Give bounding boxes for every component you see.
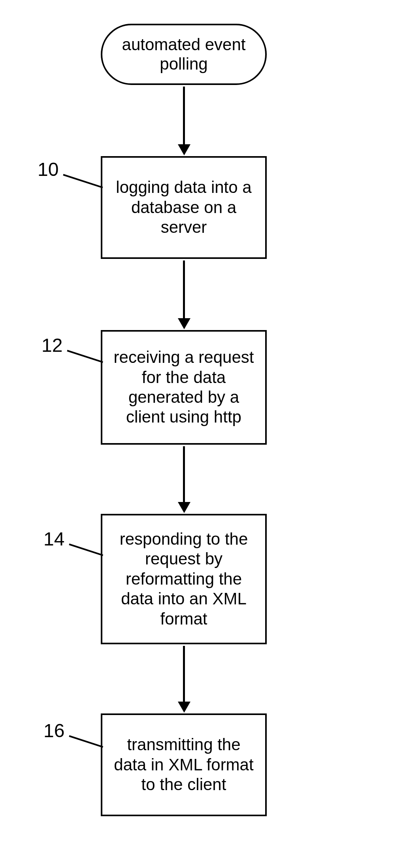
- step-label-3: 14: [43, 530, 64, 549]
- process-step-1: logging data into a database on a server: [101, 156, 267, 259]
- lead-line: [69, 543, 103, 556]
- arrow-icon: [178, 318, 190, 329]
- terminator-start: automated event polling: [101, 24, 267, 85]
- connector: [183, 260, 185, 320]
- arrow-icon: [178, 702, 190, 713]
- step-label-4: 16: [43, 721, 64, 740]
- process-text: logging data into a database on a server: [110, 177, 257, 237]
- process-step-4: transmitting the data in XML format to t…: [101, 713, 267, 816]
- lead-line: [63, 174, 103, 188]
- process-step-2: receiving a request for the data generat…: [101, 330, 267, 445]
- connector: [183, 446, 185, 504]
- process-step-3: responding to the request by reformattin…: [101, 514, 267, 644]
- arrow-icon: [178, 144, 190, 155]
- connector: [183, 646, 185, 703]
- connector: [183, 87, 185, 146]
- process-text: transmitting the data in XML format to t…: [110, 735, 257, 794]
- lead-line: [67, 350, 103, 363]
- step-label-1: 10: [38, 160, 58, 179]
- lead-line: [69, 735, 103, 748]
- process-text: receiving a request for the data generat…: [110, 347, 257, 427]
- step-label-2: 12: [41, 336, 62, 355]
- arrow-icon: [178, 502, 190, 513]
- terminator-text: automated event polling: [110, 35, 257, 74]
- process-text: responding to the request by reformattin…: [110, 529, 257, 629]
